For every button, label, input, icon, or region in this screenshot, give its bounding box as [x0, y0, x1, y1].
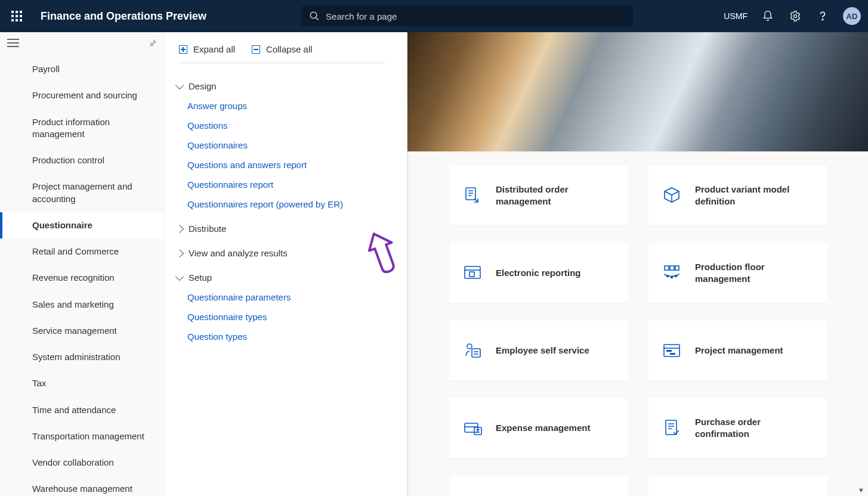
- nav-item[interactable]: Service management: [0, 318, 164, 344]
- nav-item[interactable]: Production control: [0, 147, 164, 173]
- workspace-tile[interactable]: Project management: [648, 321, 827, 380]
- flyout-section-title: Design: [189, 81, 217, 91]
- left-nav: PayrollProcurement and sourcingProduct i…: [0, 32, 165, 496]
- workspace-tiles: Distributed order managementProduct vari…: [449, 166, 826, 496]
- po-confirm-icon: [662, 418, 682, 438]
- svg-point-2: [794, 15, 797, 18]
- flyout-link[interactable]: Question types: [187, 327, 407, 346]
- svg-rect-26: [666, 420, 677, 435]
- collapse-all-button[interactable]: Collapse all: [252, 44, 313, 54]
- nav-item[interactable]: Project management and accounting: [0, 173, 164, 212]
- topbar: Finance and Operations Preview USMF AD: [0, 0, 868, 32]
- svg-rect-21: [666, 350, 672, 352]
- nav-item-list: PayrollProcurement and sourcingProduct i…: [0, 56, 164, 496]
- flyout-link[interactable]: Questionnaires report (powered by ER): [187, 194, 407, 214]
- svg-rect-13: [675, 266, 679, 270]
- nav-item[interactable]: Product information management: [0, 109, 164, 148]
- tile-label: Electronic reporting: [496, 267, 581, 279]
- svg-rect-10: [469, 272, 474, 277]
- nav-item[interactable]: Warehouse management: [0, 476, 164, 496]
- chevron-down-icon: [175, 80, 184, 89]
- search-input[interactable]: [326, 11, 626, 21]
- flyout-section-title: Distribute: [189, 224, 226, 234]
- flyout-link[interactable]: Questionnaire types: [187, 307, 407, 327]
- svg-rect-18: [472, 349, 480, 357]
- svg-point-14: [667, 275, 669, 277]
- workspace-tile[interactable]: Expense management: [449, 398, 628, 458]
- cube-icon: [662, 185, 682, 206]
- flyout-section-header[interactable]: Design: [165, 76, 407, 96]
- flyout-link[interactable]: Questions and answers report: [187, 155, 407, 175]
- workspace-tile[interactable]: Feature management: [449, 476, 628, 496]
- banner-image: [407, 32, 868, 151]
- tile-label: Distributed order management: [496, 184, 615, 208]
- tile-label: Employee self service: [496, 345, 589, 356]
- nav-item[interactable]: Vendor collaboration: [0, 450, 164, 476]
- workspace-tile[interactable]: Employee self service: [449, 321, 628, 380]
- nav-item[interactable]: System administration: [0, 344, 164, 370]
- help-icon[interactable]: [816, 9, 830, 23]
- doc-send-icon: [462, 185, 483, 206]
- workspace-tile[interactable]: Production floor management: [648, 243, 827, 303]
- expand-all-label: Expand all: [193, 44, 235, 54]
- main-content: Distributed order managementProduct vari…: [407, 32, 868, 496]
- flyout-link[interactable]: Questionnaires: [187, 135, 407, 155]
- workspace-tile[interactable]: Product variant model definition: [648, 166, 827, 225]
- hamburger-icon[interactable]: [7, 38, 19, 50]
- tile-label: Purchase order confirmation: [695, 416, 814, 441]
- scroll-down-indicator[interactable]: ▼: [858, 486, 864, 494]
- self-icon: [462, 340, 483, 361]
- pin-icon[interactable]: [149, 39, 157, 49]
- nav-item[interactable]: Questionnaire: [0, 212, 164, 238]
- svg-point-15: [671, 277, 673, 278]
- svg-point-16: [675, 275, 677, 277]
- search-bar[interactable]: [302, 6, 633, 26]
- expense-icon: [462, 418, 483, 438]
- nav-item[interactable]: Revenue recognition: [0, 265, 164, 291]
- flyout-section-header[interactable]: Distribute: [165, 219, 407, 238]
- notifications-icon[interactable]: [761, 9, 775, 23]
- workspace-tile[interactable]: Distributed order management: [449, 166, 628, 225]
- flyout-section-header[interactable]: Setup: [165, 268, 407, 287]
- avatar[interactable]: AD: [843, 7, 861, 25]
- gear-icon[interactable]: [788, 9, 802, 23]
- nav-item[interactable]: Tax: [0, 370, 164, 396]
- svg-rect-22: [670, 353, 675, 355]
- chevron-right-icon: [175, 249, 184, 257]
- app-title: Finance and Operations Preview: [41, 10, 206, 23]
- collapse-icon: [252, 45, 260, 54]
- nav-item[interactable]: Sales and marketing: [0, 292, 164, 318]
- workspace-tile[interactable]: Electronic reporting: [449, 243, 628, 303]
- flyout-section-title: View and analyze results: [189, 248, 288, 258]
- company-label[interactable]: USMF: [724, 11, 747, 21]
- svg-point-0: [310, 12, 317, 18]
- expand-all-button[interactable]: Expand all: [179, 44, 235, 54]
- workspace-tile[interactable]: Purchase order confirmation: [648, 398, 827, 458]
- svg-rect-7: [466, 188, 475, 200]
- svg-rect-11: [665, 266, 669, 270]
- workspace-tile[interactable]: Purchase order preparation: [648, 476, 827, 496]
- collapse-all-label: Collapse all: [266, 44, 313, 54]
- flyout-section-title: Setup: [189, 272, 212, 283]
- chevron-right-icon: [175, 224, 184, 232]
- nav-item[interactable]: Payroll: [0, 56, 164, 82]
- nav-item[interactable]: Retail and Commerce: [0, 238, 164, 265]
- search-icon: [309, 11, 320, 21]
- nav-item[interactable]: Transportation management: [0, 423, 164, 450]
- svg-point-17: [467, 344, 472, 349]
- svg-line-1: [316, 17, 319, 20]
- tile-label: Expense management: [496, 422, 590, 434]
- svg-rect-12: [670, 266, 674, 270]
- nav-item[interactable]: Procurement and sourcing: [0, 82, 164, 108]
- flyout-link[interactable]: Questionnaire parameters: [187, 287, 407, 307]
- flyout-link[interactable]: Answer groups: [187, 96, 407, 116]
- flyout-link[interactable]: Questionnaires report: [187, 175, 407, 194]
- floor-icon: [662, 263, 682, 283]
- waffle-icon[interactable]: [7, 7, 26, 26]
- tile-label: Production floor management: [695, 261, 814, 286]
- chevron-down-icon: [175, 272, 184, 280]
- flyout-section-header[interactable]: View and analyze results: [165, 243, 407, 263]
- tile-label: Project management: [695, 345, 783, 356]
- nav-item[interactable]: Time and attendance: [0, 397, 164, 423]
- flyout-link[interactable]: Questions: [187, 116, 407, 135]
